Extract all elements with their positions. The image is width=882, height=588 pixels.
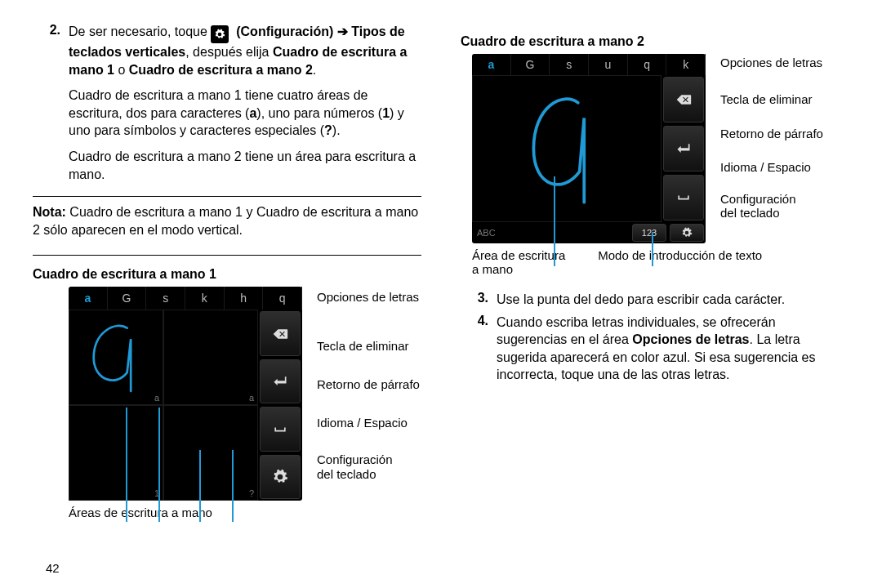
handwriting-area[interactable] [472,75,662,222]
letter-option[interactable]: q [628,54,667,75]
hw-cell-1[interactable]: 1 [69,405,163,501]
label-text-mode: Modo de introducción de texto [598,248,762,276]
callout-line [158,408,160,522]
handwriting-areas[interactable]: a a 1 ? [69,310,258,501]
mode-key[interactable]: 123 [632,224,666,242]
callout-labels-1: Opciones de letras Tecla de eliminar Ret… [317,287,420,481]
note: Nota: Cuadro de escritura a mano 1 y Cua… [33,200,421,242]
label-delete: Tecla de eliminar [720,92,823,106]
step-number: 3. [461,291,497,309]
subheading-1: Cuadro de escritura a mano 1 [33,267,421,282]
label-config: Configuración [317,452,420,466]
paragraph: Cuadro de escritura a mano 1 tiene cuatr… [69,87,421,140]
label-config-2: del teclado [720,206,823,220]
paragraph: Cuadro de escritura a mano 2 tiene un ár… [69,148,421,183]
letter-option[interactable]: h [225,287,264,310]
label-return: Retorno de párrafo [720,127,823,140]
label-hw-areas: Áreas de escritura a mano [69,506,421,519]
left-column: 2. De ser necesario, toque (Configuració… [33,23,441,573]
callout-line [554,176,555,266]
delete-key[interactable] [663,77,704,122]
divider [33,196,421,197]
label-space: Idioma / Espacio [317,416,420,430]
hw-cell-a[interactable]: a [69,310,163,405]
label-options: Opciones de letras [317,290,420,304]
label-options: Opciones de letras [720,56,823,69]
settings-key[interactable] [670,224,704,242]
enter-key[interactable] [260,359,301,404]
step-text: Use la punta del dedo para escribir cada… [497,291,849,309]
callout-line [652,232,653,266]
step-number: 4. [461,314,497,384]
label-config-2: del teclado [317,467,420,481]
gear-icon [211,25,229,43]
handwriting-box-1: a G s k h q a a 1 ? [69,287,302,501]
space-key[interactable] [260,407,301,452]
callout-line [126,408,127,522]
hw-cell-a2[interactable]: a [163,310,258,405]
letter-option[interactable]: s [146,287,185,310]
page-number: 42 [46,561,60,575]
letter-option[interactable]: a [472,54,511,75]
delete-key[interactable] [260,311,301,356]
letter-option[interactable]: s [550,54,589,75]
step-4: 4. Cuando escriba letras individuales, s… [461,314,849,384]
label-delete: Tecla de eliminar [317,339,420,353]
handwriting-box-2: a G s u q k ABC 123 [472,54,706,243]
space-key[interactable] [663,175,704,220]
step-3: 3. Use la punta del dedo para escribir c… [461,291,849,309]
step-text: Cuando escriba letras individuales, se o… [497,314,849,384]
settings-key[interactable] [260,455,301,500]
subheading-2: Cuadro de escritura a mano 2 [461,34,849,49]
letter-option[interactable]: k [185,287,225,310]
label-hw-area: Área de escritura a mano [472,248,565,276]
label-space: Idioma / Espacio [720,160,823,174]
callout-line [232,450,234,522]
letter-option[interactable]: a [69,287,108,310]
letter-option[interactable]: q [263,287,302,310]
enter-key[interactable] [663,126,704,172]
label-config: Configuración [720,192,823,206]
letter-option[interactable]: k [666,54,706,75]
abc-indicator: ABC [472,222,630,243]
hw-cell-q[interactable]: ? [163,405,258,501]
label-return: Retorno de párrafo [317,377,420,391]
step-text: De ser necesario, toque (Configuración) … [69,23,421,183]
callout-labels-2: Opciones de letras Tecla de eliminar Ret… [720,54,823,220]
step-2: 2. De ser necesario, toque (Configuració… [33,23,421,183]
letter-option[interactable]: G [108,287,147,310]
divider [33,255,421,256]
letter-options-row[interactable]: a G s u q k [472,54,706,75]
step-number: 2. [33,23,69,183]
letter-options-row[interactable]: a G s k h q [69,287,302,310]
letter-option[interactable]: u [589,54,628,75]
right-column: Cuadro de escritura a mano 2 a G s u q k [441,23,849,573]
callout-line [199,450,201,522]
letter-option[interactable]: G [511,54,550,75]
